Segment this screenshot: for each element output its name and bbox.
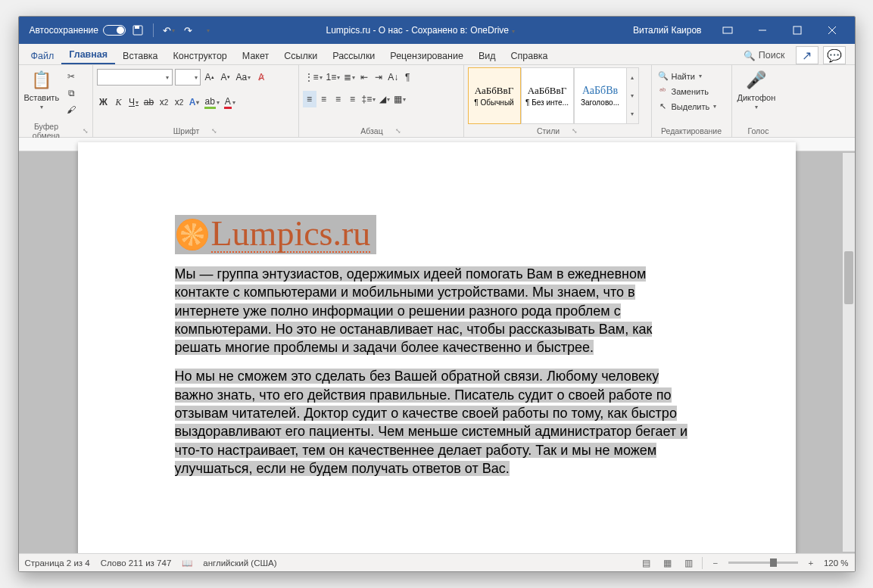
statusbar: Страница 2 из 4 Слово 211 из 747 📖 англи… (19, 553, 855, 571)
increase-indent-icon[interactable]: ⇥ (372, 69, 385, 86)
cut-icon[interactable]: ✂ (64, 69, 79, 84)
search-box[interactable]: 🔍 Поиск (737, 48, 791, 64)
italic-button[interactable]: К (112, 94, 126, 110)
dictate-button[interactable]: 🎤 Диктофон ▾ (736, 67, 778, 112)
user-name: Виталий Каиров (633, 25, 702, 36)
scroll-up-icon[interactable]: ▴ (627, 68, 638, 86)
comments-button[interactable]: 💬 (823, 46, 846, 64)
copy-icon[interactable]: ⧉ (64, 86, 79, 101)
justify-icon[interactable]: ≡ (346, 91, 360, 107)
font-size-combo[interactable]: ▾ (175, 69, 201, 86)
read-mode-icon[interactable]: ▤ (638, 556, 655, 570)
subscript-button[interactable]: x2 (157, 94, 171, 110)
ribbon-tabs: Файл Главная Вставка Конструктор Макет С… (19, 44, 855, 65)
style-normal[interactable]: АаБбВвГ ¶ Обычный (468, 67, 521, 124)
show-marks-icon[interactable]: ¶ (401, 69, 414, 86)
share-button[interactable]: ↗ (796, 46, 818, 64)
font-color-icon[interactable]: A▾ (223, 94, 237, 110)
tab-design[interactable]: Конструктор (166, 47, 235, 64)
align-left-icon[interactable]: ≡ (303, 91, 316, 107)
svg-rect-4 (793, 26, 801, 34)
tab-view[interactable]: Вид (471, 47, 504, 64)
underline-button[interactable]: Ч▾ (127, 94, 141, 110)
tab-file[interactable]: Файл (23, 47, 62, 64)
saved-prefix: - Сохранено в: (406, 25, 468, 36)
tab-references[interactable]: Ссылки (276, 47, 325, 64)
text-effects-icon[interactable]: A▾ (188, 94, 201, 110)
saved-location[interactable]: OneDrive ▾ (470, 25, 515, 36)
tab-help[interactable]: Справка (504, 47, 556, 64)
sort-icon[interactable]: A↓ (386, 69, 400, 86)
format-painter-icon[interactable]: 🖌 (64, 102, 79, 117)
word-count[interactable]: Слово 211 из 747 (101, 558, 172, 568)
tab-insert[interactable]: Вставка (115, 47, 165, 64)
find-button[interactable]: 🔍Найти▾ (656, 69, 704, 83)
align-center-icon[interactable]: ≡ (317, 91, 331, 107)
user-account[interactable]: Виталий Каиров (625, 19, 709, 42)
paste-button[interactable]: 📋 Вставить ▾ (23, 67, 61, 112)
tab-layout[interactable]: Макет (235, 47, 276, 64)
select-button[interactable]: ↖Выделить▾ (656, 99, 719, 114)
multilevel-icon[interactable]: ≣▾ (342, 69, 357, 86)
zoom-in-icon[interactable]: + (803, 556, 819, 570)
page[interactable]: Lumpics.ru Мы — группа энтузиастов, одер… (78, 142, 796, 553)
document-area: Lumpics.ru Мы — группа энтузиастов, одер… (19, 138, 855, 553)
scroll-down-icon[interactable]: ▾ (627, 86, 638, 104)
font-name-combo[interactable]: ▾ (97, 69, 173, 86)
shading-icon[interactable]: ◢▾ (378, 91, 391, 107)
zoom-out-icon[interactable]: − (707, 556, 724, 570)
style-nospacing[interactable]: АаБбВвГ ¶ Без инте... (521, 67, 574, 124)
bold-button[interactable]: Ж (97, 94, 111, 110)
group-voice: 🎤 Диктофон ▾ Голос (732, 65, 785, 137)
tab-review[interactable]: Рецензирование (382, 47, 471, 64)
search-icon: 🔍 (744, 50, 756, 61)
align-right-icon[interactable]: ≡ (332, 91, 345, 107)
borders-icon[interactable]: ▦▾ (392, 91, 407, 107)
shrink-font-icon[interactable]: A▾ (219, 69, 232, 86)
expand-icon[interactable]: ▾ (627, 105, 638, 123)
autosave-toggle[interactable]: Автосохранение (30, 25, 126, 36)
web-layout-icon[interactable]: ▥ (681, 556, 697, 570)
change-case-icon[interactable]: Aa▾ (235, 69, 253, 86)
titlebar: Автосохранение ↶▾ ↷ ▾ Lumpics.ru - О нас… (19, 17, 855, 44)
search-label: Поиск (759, 50, 785, 61)
line-spacing-icon[interactable]: ‡≡▾ (360, 91, 378, 107)
numbering-icon[interactable]: 1≡▾ (325, 69, 342, 86)
styles-gallery-more[interactable]: ▴ ▾ ▾ (627, 67, 639, 124)
bullets-icon[interactable]: ⋮≡▾ (303, 69, 324, 86)
group-editing-label: Редактирование (661, 126, 722, 135)
style-heading1[interactable]: АаБбВв Заголово... (574, 67, 627, 124)
maximize-icon[interactable] (781, 19, 814, 42)
spell-check-icon[interactable]: 📖 (182, 558, 192, 568)
superscript-button[interactable]: x2 (173, 94, 186, 110)
zoom-level[interactable]: 120 % (824, 558, 849, 568)
vertical-scrollbar[interactable] (843, 153, 855, 552)
ribbon-display-icon[interactable] (711, 19, 744, 42)
undo-icon[interactable]: ↶▾ (161, 23, 176, 38)
replace-button[interactable]: ᵃᵇЗаменить (656, 84, 711, 98)
dialog-launcher-icon[interactable]: ⤡ (395, 127, 401, 135)
site-name: Lumpics.ru (211, 216, 371, 253)
dialog-launcher-icon[interactable]: ⤡ (83, 127, 89, 135)
decrease-indent-icon[interactable]: ⇤ (357, 69, 371, 86)
page-indicator[interactable]: Страница 2 из 4 (25, 558, 90, 568)
dialog-launcher-icon[interactable]: ⤡ (572, 127, 578, 135)
comment-icon: 💬 (827, 48, 842, 63)
group-paragraph: ⋮≡▾ 1≡▾ ≣▾ ⇤ ⇥ A↓ ¶ ≡ ≡ ≡ ≡ ‡≡▾ ◢▾ ▦▾ (299, 65, 464, 137)
redo-icon[interactable]: ↷ (181, 23, 196, 38)
save-icon[interactable] (130, 23, 145, 38)
dialog-launcher-icon[interactable]: ⤡ (211, 127, 217, 135)
qat-customize-icon[interactable]: ▾ (201, 23, 216, 38)
tab-home[interactable]: Главная (61, 45, 115, 64)
strike-button[interactable]: ab (142, 94, 156, 110)
highlight-icon[interactable]: ab▾ (203, 94, 221, 110)
clear-format-icon[interactable]: A̷ (254, 69, 268, 86)
language-indicator[interactable]: английский (США) (203, 558, 276, 568)
grow-font-icon[interactable]: A▴ (203, 69, 217, 86)
minimize-icon[interactable] (746, 19, 779, 42)
close-icon[interactable] (815, 19, 849, 42)
zoom-slider[interactable] (728, 562, 798, 564)
tab-mailings[interactable]: Рассылки (325, 47, 382, 64)
scrollbar-thumb[interactable] (844, 251, 853, 304)
print-layout-icon[interactable]: ▦ (659, 556, 676, 570)
